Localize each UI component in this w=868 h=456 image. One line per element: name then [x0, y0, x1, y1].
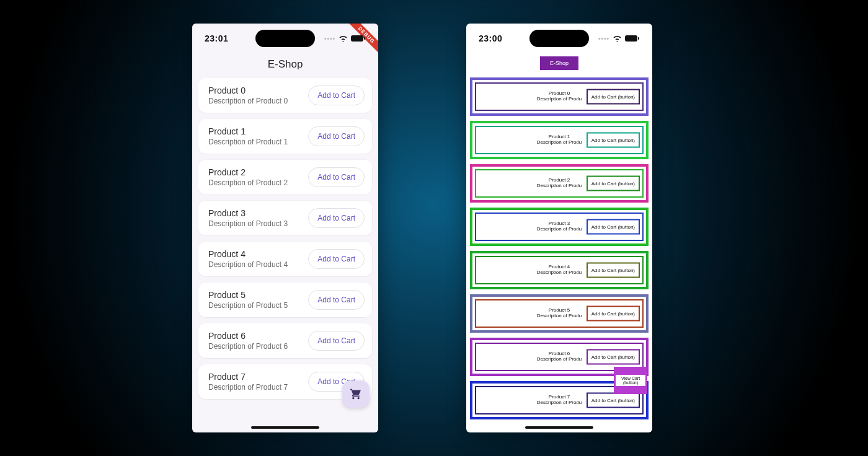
- app-title: E-Shop: [192, 53, 378, 78]
- svg-rect-2: [625, 35, 637, 42]
- add-to-cart-button[interactable]: Add to Cart: [308, 126, 365, 146]
- product-card: Product 2Description of Product 2Add to …: [198, 160, 372, 195]
- status-time: 23:01: [205, 33, 228, 43]
- product-info: Product 0Description of Produ: [537, 91, 582, 102]
- product-desc: Description of Product 7: [208, 383, 308, 392]
- product-card: Product 3Description of Product 3Add to …: [198, 201, 372, 235]
- add-to-cart-button[interactable]: Add to Cart (button): [587, 219, 640, 235]
- phone-right: 23:00 •••• E-Shop Product 0Description o…: [466, 24, 652, 432]
- product-desc: Description of Product 1: [208, 138, 308, 146]
- product-info: Product 2Description of Produ: [537, 178, 582, 189]
- product-desc: Description of Produ: [537, 357, 582, 362]
- product-card: Product 1Description of Product 1Add to …: [198, 119, 372, 154]
- dynamic-island: [255, 30, 315, 47]
- status-bar: 23:00 ••••: [466, 24, 652, 53]
- debug-row: Product 2Description of ProduAdd to Cart…: [470, 164, 649, 203]
- add-to-cart-button[interactable]: Add to Cart (button): [587, 349, 640, 365]
- product-info: Product 1Description of Product 1: [208, 126, 308, 146]
- product-info: Product 7Description of Produ: [537, 395, 582, 406]
- product-list[interactable]: Product 0Description of Product 0Add to …: [192, 78, 378, 432]
- product-info: Product 4Description of Produ: [537, 265, 582, 276]
- debug-row: Product 3Description of ProduAdd to Cart…: [470, 208, 649, 246]
- product-card: Product 0Description of Product 0Add to …: [198, 78, 372, 113]
- dynamic-island: [529, 30, 589, 47]
- home-indicator: [251, 426, 319, 429]
- status-time: 23:00: [479, 33, 502, 43]
- product-info: Product 5Description of Produ: [537, 308, 582, 319]
- debug-row: Product 0Description of ProduAdd to Cart…: [470, 77, 649, 116]
- product-desc: Description of Product 3: [208, 219, 308, 228]
- view-cart-label: View Cart (button): [616, 375, 645, 386]
- add-to-cart-button[interactable]: Add to Cart: [308, 331, 365, 351]
- cart-icon: [350, 388, 362, 400]
- product-desc: Description of Product 5: [208, 301, 308, 310]
- add-to-cart-button[interactable]: Add to Cart (button): [587, 89, 640, 105]
- add-to-cart-button[interactable]: Add to Cart (button): [587, 176, 640, 191]
- product-info: Product 7Description of Product 7: [208, 372, 308, 392]
- product-desc: Description of Produ: [537, 400, 582, 406]
- product-desc: Description of Product 0: [208, 97, 308, 105]
- product-desc: Description of Produ: [537, 140, 582, 146]
- product-card: Product 6Description of Product 6Add to …: [198, 323, 372, 358]
- add-to-cart-button[interactable]: Add to Cart: [308, 290, 365, 310]
- product-title: Product 6: [208, 331, 308, 341]
- product-info: Product 2Description of Product 2: [208, 167, 308, 187]
- product-info: Product 6Description of Produ: [537, 351, 582, 362]
- status-right: ••••: [598, 35, 640, 42]
- add-to-cart-button[interactable]: Add to Cart: [308, 86, 365, 105]
- product-desc: Description of Produ: [537, 183, 582, 189]
- product-info: Product 5Description of Product 5: [208, 290, 308, 310]
- home-indicator: [525, 426, 593, 429]
- product-title: Product 3: [208, 208, 308, 218]
- product-desc: Description of Produ: [537, 314, 582, 319]
- product-info: Product 4Description of Product 4: [208, 249, 308, 269]
- stage: DEBUG 23:01 •••• E-Shop Product 0Descrip…: [0, 0, 868, 456]
- add-to-cart-button[interactable]: Add to Cart (button): [587, 263, 640, 278]
- battery-icon: [351, 35, 366, 42]
- product-title: Product 4: [208, 249, 308, 259]
- cellular-icon: ••••: [598, 35, 609, 42]
- product-card: Product 5Description of Product 5Add to …: [198, 283, 372, 317]
- product-desc: Description of Product 6: [208, 342, 308, 351]
- status-right: ••••: [324, 35, 366, 42]
- product-info: Product 1Description of Produ: [537, 134, 582, 146]
- add-to-cart-button[interactable]: Add to Cart: [308, 167, 365, 187]
- svg-rect-3: [638, 37, 639, 40]
- product-info: Product 0Description of Product 0: [208, 86, 308, 105]
- product-title: Product 0: [208, 86, 308, 95]
- add-to-cart-button[interactable]: Add to Cart (button): [587, 306, 640, 322]
- product-title: Product 1: [208, 126, 308, 136]
- product-title: Product 7: [208, 372, 308, 382]
- battery-icon: [625, 35, 640, 42]
- wifi-icon: [613, 35, 622, 42]
- debug-row: Product 1Description of ProduAdd to Cart…: [470, 121, 649, 159]
- product-desc: Description of Product 4: [208, 260, 308, 269]
- app-bar: E-Shop: [466, 53, 652, 75]
- product-info: Product 3Description of Produ: [537, 221, 582, 232]
- add-to-cart-button[interactable]: Add to Cart: [308, 249, 365, 269]
- product-desc: Description of Product 2: [208, 178, 308, 187]
- product-desc: Description of Produ: [537, 227, 582, 232]
- product-title: Product 5: [208, 290, 308, 300]
- add-to-cart-button[interactable]: Add to Cart (button): [587, 133, 640, 148]
- phone-left: DEBUG 23:01 •••• E-Shop Product 0Descrip…: [192, 24, 378, 432]
- cellular-icon: ••••: [324, 35, 335, 42]
- add-to-cart-button[interactable]: Add to Cart (button): [587, 393, 640, 408]
- product-info: Product 3Description of Product 3: [208, 208, 308, 228]
- debug-row: Product 5Description of ProduAdd to Cart…: [470, 294, 649, 333]
- status-bar: 23:01 ••••: [192, 24, 378, 53]
- product-card: Product 4Description of Product 4Add to …: [198, 242, 372, 276]
- svg-rect-0: [351, 35, 363, 42]
- add-to-cart-button[interactable]: Add to Cart: [308, 208, 365, 228]
- product-info: Product 6Description of Product 6: [208, 331, 308, 351]
- wifi-icon: [339, 35, 348, 42]
- svg-rect-1: [364, 37, 365, 40]
- debug-row: Product 4Description of ProduAdd to Cart…: [470, 251, 649, 289]
- view-cart-fab[interactable]: [342, 380, 370, 408]
- view-cart-fab[interactable]: View Cart (button): [614, 367, 647, 394]
- app-title: E-Shop: [540, 56, 578, 70]
- product-title: Product 2: [208, 167, 308, 177]
- product-desc: Description of Produ: [537, 97, 582, 102]
- product-desc: Description of Produ: [537, 270, 582, 276]
